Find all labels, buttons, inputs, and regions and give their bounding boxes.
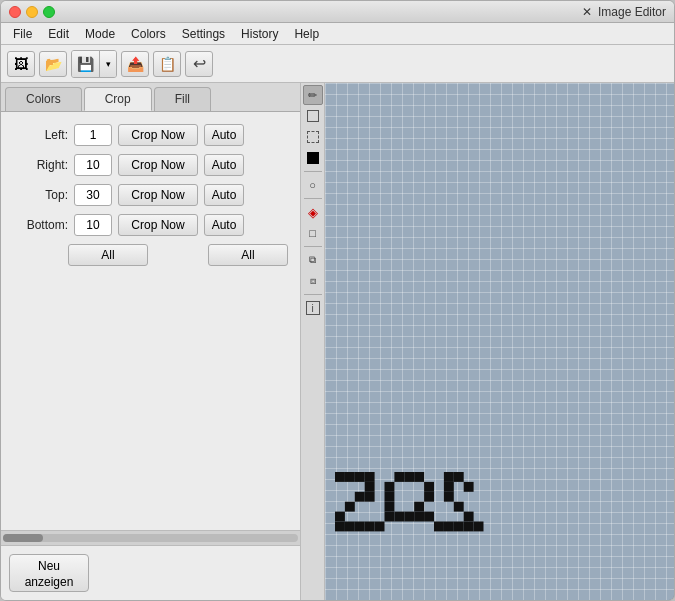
- export-button[interactable]: 📤: [121, 51, 149, 77]
- menu-settings[interactable]: Settings: [174, 25, 233, 43]
- scroll-area[interactable]: [1, 530, 300, 546]
- bottom-area: Neu anzeigen: [1, 546, 300, 600]
- fill-black-button[interactable]: [303, 148, 323, 168]
- select-tool-button[interactable]: [303, 127, 323, 147]
- window-icon: ✕: [582, 5, 592, 19]
- all-button-2[interactable]: All: [208, 244, 288, 266]
- info-button[interactable]: i: [303, 298, 323, 318]
- svg-rect-24: [394, 512, 404, 522]
- crop-now-right-button[interactable]: Crop Now: [118, 154, 198, 176]
- open-file-button[interactable]: 📂: [39, 51, 67, 77]
- svg-rect-22: [414, 502, 424, 512]
- tab-fill[interactable]: Fill: [154, 87, 211, 111]
- pixel-art-canvas: [335, 400, 674, 580]
- svg-rect-37: [454, 522, 464, 532]
- copy-icon: ⧉: [309, 254, 316, 266]
- titlebar: ✕ Image Editor: [1, 1, 674, 23]
- tab-colors[interactable]: Colors: [5, 87, 82, 111]
- all-button-1[interactable]: All: [68, 244, 148, 266]
- left-input[interactable]: [74, 124, 112, 146]
- top-input[interactable]: [74, 184, 112, 206]
- main-window: ✕ Image Editor File Edit Mode Colors Set…: [0, 0, 675, 601]
- menu-help[interactable]: Help: [286, 25, 327, 43]
- undo-button[interactable]: ↩: [185, 51, 213, 77]
- crop-now-top-button[interactable]: Crop Now: [118, 184, 198, 206]
- svg-rect-35: [434, 522, 444, 532]
- svg-rect-1: [345, 472, 355, 482]
- maximize-button[interactable]: [43, 6, 55, 18]
- copy-button[interactable]: ⧉: [303, 250, 323, 270]
- new-document-icon: 🖼: [14, 56, 28, 72]
- svg-rect-34: [464, 512, 474, 522]
- pencil-tool-button[interactable]: ✏: [303, 85, 323, 105]
- neu-anzeigen-button[interactable]: Neu anzeigen: [9, 554, 89, 592]
- svg-rect-20: [424, 492, 434, 502]
- eraser-button[interactable]: ◈: [303, 202, 323, 222]
- save-icon: 💾: [77, 56, 94, 72]
- close-button[interactable]: [9, 6, 21, 18]
- auto-top-button[interactable]: Auto: [204, 184, 244, 206]
- menu-file[interactable]: File: [5, 25, 40, 43]
- right-label: Right:: [13, 158, 68, 172]
- save-button[interactable]: 💾: [72, 51, 100, 77]
- new-document-button[interactable]: 🖼: [7, 51, 35, 77]
- crop-tool-button[interactable]: [303, 106, 323, 126]
- tool-separator-4: [304, 294, 322, 295]
- svg-rect-8: [335, 512, 345, 522]
- svg-rect-30: [444, 482, 454, 492]
- circle-icon: ○: [309, 179, 316, 191]
- crop-right-row: Right: Crop Now Auto: [13, 154, 288, 176]
- info-icon: i: [306, 301, 320, 315]
- svg-rect-15: [404, 472, 414, 482]
- auto-left-button[interactable]: Auto: [204, 124, 244, 146]
- top-label: Top:: [13, 188, 68, 202]
- titlebar-title: ✕ Image Editor: [582, 5, 666, 19]
- svg-rect-23: [385, 512, 395, 522]
- tab-crop[interactable]: Crop: [84, 87, 152, 111]
- crop-now-left-button[interactable]: Crop Now: [118, 124, 198, 146]
- menu-mode[interactable]: Mode: [77, 25, 123, 43]
- menu-colors[interactable]: Colors: [123, 25, 174, 43]
- svg-rect-11: [355, 522, 365, 532]
- paste-tool-button[interactable]: ⧈: [303, 271, 323, 291]
- window-title: Image Editor: [598, 5, 666, 19]
- lasso-button[interactable]: □: [303, 223, 323, 243]
- svg-rect-33: [454, 502, 464, 512]
- bottom-input[interactable]: [74, 214, 112, 236]
- svg-rect-32: [444, 492, 454, 502]
- svg-rect-31: [464, 482, 474, 492]
- export-icon: 📤: [127, 56, 144, 72]
- tab-bar: Colors Crop Fill: [1, 83, 300, 112]
- left-label: Left:: [13, 128, 68, 142]
- tool-separator-1: [304, 171, 322, 172]
- save-dropdown-button[interactable]: ▾: [100, 51, 116, 77]
- tool-separator-3: [304, 246, 322, 247]
- scroll-thumb[interactable]: [3, 534, 43, 542]
- paste-icon: 📋: [159, 56, 176, 72]
- crop-bottom-row: Bottom: Crop Now Auto: [13, 214, 288, 236]
- canvas-area[interactable]: [325, 83, 674, 600]
- right-input[interactable]: [74, 154, 112, 176]
- open-file-icon: 📂: [45, 56, 62, 72]
- scroll-track[interactable]: [3, 534, 298, 542]
- crop-icon: [307, 110, 319, 122]
- undo-icon: ↩: [193, 54, 206, 73]
- menu-history[interactable]: History: [233, 25, 286, 43]
- svg-rect-36: [444, 522, 454, 532]
- svg-rect-25: [404, 512, 414, 522]
- select-icon: [307, 131, 319, 143]
- save-group: 💾 ▾: [71, 50, 117, 78]
- svg-rect-6: [355, 492, 365, 502]
- menu-edit[interactable]: Edit: [40, 25, 77, 43]
- titlebar-spacer: ✕ Image Editor: [63, 5, 666, 19]
- crop-now-bottom-button[interactable]: Crop Now: [118, 214, 198, 236]
- crop-top-row: Top: Crop Now Auto: [13, 184, 288, 206]
- circle-tool-button[interactable]: ○: [303, 175, 323, 195]
- auto-right-button[interactable]: Auto: [204, 154, 244, 176]
- paste-button[interactable]: 📋: [153, 51, 181, 77]
- minimize-button[interactable]: [26, 6, 38, 18]
- left-panel: Colors Crop Fill Left: Crop Now Auto: [1, 83, 301, 600]
- toolbox-strip: ✏ ○ ◈ □ ⧉: [301, 83, 325, 600]
- traffic-lights: [9, 6, 55, 18]
- auto-bottom-button[interactable]: Auto: [204, 214, 244, 236]
